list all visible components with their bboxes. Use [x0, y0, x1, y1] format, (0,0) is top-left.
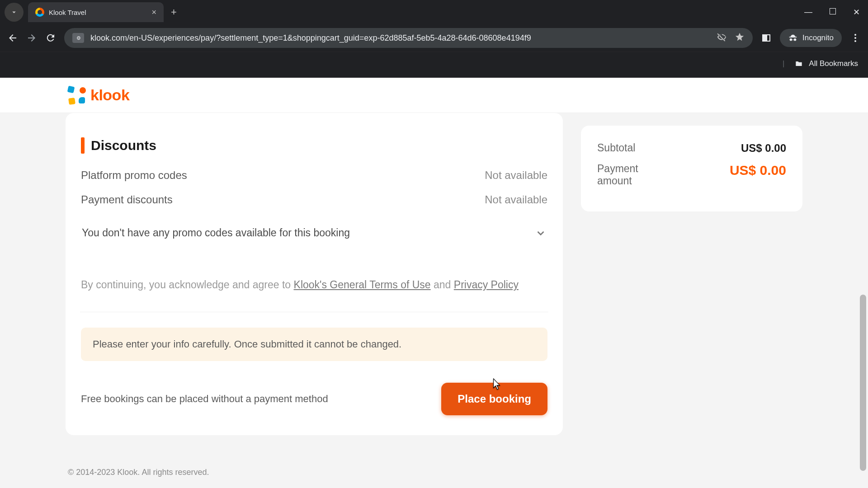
bookmarks-bar: | All Bookmarks — [0, 52, 868, 75]
vertical-scrollbar[interactable] — [859, 78, 867, 488]
url-text: klook.com/en-US/experiences/pay/?settlem… — [90, 33, 531, 43]
payment-discounts-status: Not available — [485, 193, 547, 206]
incognito-chip[interactable]: Incognito — [780, 29, 842, 47]
svg-point-1 — [854, 37, 856, 39]
chevron-down-icon — [535, 227, 547, 239]
payment-discounts-label: Payment discounts — [81, 193, 173, 206]
privacy-policy-link[interactable]: Privacy Policy — [454, 279, 519, 291]
free-booking-note: Free bookings can be placed without a pa… — [81, 393, 328, 405]
scrollbar-thumb[interactable] — [860, 295, 866, 471]
tab-strip: Klook Travel × + — ✕ — [0, 0, 868, 24]
new-tab-button[interactable]: + — [171, 6, 177, 18]
section-header: Discounts — [81, 137, 547, 154]
footer-copyright: © 2014-2023 Klook. All rights reserved. — [0, 468, 868, 477]
side-panel-button[interactable] — [761, 33, 772, 43]
svg-point-0 — [854, 34, 856, 36]
terms-line: By continuing, you acknowledge and agree… — [81, 279, 547, 291]
incognito-label: Incognito — [802, 33, 834, 42]
tab-close-icon[interactable]: × — [151, 8, 156, 17]
place-booking-button[interactable]: Place booking — [441, 383, 547, 415]
payment-amount-label: Payment amount — [597, 163, 674, 187]
browser-tab[interactable]: Klook Travel × — [28, 2, 164, 22]
warning-text: Please enter your info carefully. Once s… — [93, 338, 401, 350]
payment-amount-row: Payment amount US$ 0.00 — [597, 163, 786, 187]
tab-search-button[interactable] — [5, 3, 24, 22]
section-accent-bar — [81, 137, 85, 154]
nav-reload-button[interactable] — [45, 33, 56, 43]
tab-favicon-icon — [35, 8, 44, 17]
order-summary-card: Subtotal US$ 0.00 Payment amount US$ 0.0… — [581, 126, 802, 211]
chrome-menu-button[interactable] — [850, 33, 861, 43]
svg-point-2 — [854, 40, 856, 42]
tab-title: Klook Travel — [49, 9, 86, 16]
promo-codes-dropdown[interactable]: You don't have any promo codes available… — [81, 224, 547, 242]
payment-amount-value: US$ 0.00 — [730, 163, 786, 178]
cta-row: Free bookings can be placed without a pa… — [81, 383, 547, 415]
browser-toolbar: ⚙ klook.com/en-US/experiences/pay/?settl… — [0, 24, 868, 52]
browser-chrome: Klook Travel × + — ✕ ⚙ klook.com/en-US/e… — [0, 0, 868, 78]
site-settings-icon[interactable]: ⚙ — [72, 33, 84, 43]
nav-back-button[interactable] — [7, 33, 18, 43]
window-controls: — ✕ — [804, 7, 860, 17]
tracking-blocked-icon[interactable] — [717, 32, 726, 44]
warning-banner: Please enter your info carefully. Once s… — [81, 328, 547, 361]
window-minimize-button[interactable]: — — [804, 7, 812, 17]
window-maximize-button[interactable] — [830, 7, 836, 17]
bookmarks-folder-icon — [794, 59, 803, 68]
bookmark-star-icon[interactable] — [735, 32, 745, 44]
klook-logo-text: klook — [90, 86, 129, 104]
platform-promo-label: Platform promo codes — [81, 169, 187, 182]
page-viewport: klook Discounts Platform promo codes Not… — [0, 78, 868, 488]
window-close-button[interactable]: ✕ — [853, 7, 860, 17]
klook-logo[interactable]: klook — [68, 86, 129, 104]
terms-prefix: By continuing, you acknowledge and agree… — [81, 279, 294, 291]
discounts-card: Discounts Platform promo codes Not avail… — [66, 113, 563, 435]
subtotal-value: US$ 0.00 — [741, 142, 786, 155]
nav-forward-button[interactable] — [26, 33, 37, 43]
platform-promo-row: Platform promo codes Not available — [81, 169, 547, 182]
address-bar[interactable]: ⚙ klook.com/en-US/experiences/pay/?settl… — [64, 28, 753, 48]
site-header: klook — [0, 78, 868, 113]
platform-promo-status: Not available — [485, 169, 547, 182]
payment-discounts-row: Payment discounts Not available — [81, 193, 547, 206]
klook-logo-icon — [68, 86, 86, 104]
subtotal-row: Subtotal US$ 0.00 — [597, 142, 786, 155]
divider — [80, 312, 548, 312]
subtotal-label: Subtotal — [597, 142, 635, 154]
promo-codes-text: You don't have any promo codes available… — [82, 227, 350, 239]
terms-mid: and — [431, 279, 454, 291]
all-bookmarks-button[interactable]: All Bookmarks — [809, 59, 858, 68]
section-title: Discounts — [91, 138, 156, 153]
terms-of-use-link[interactable]: Klook's General Terms of Use — [294, 279, 431, 291]
